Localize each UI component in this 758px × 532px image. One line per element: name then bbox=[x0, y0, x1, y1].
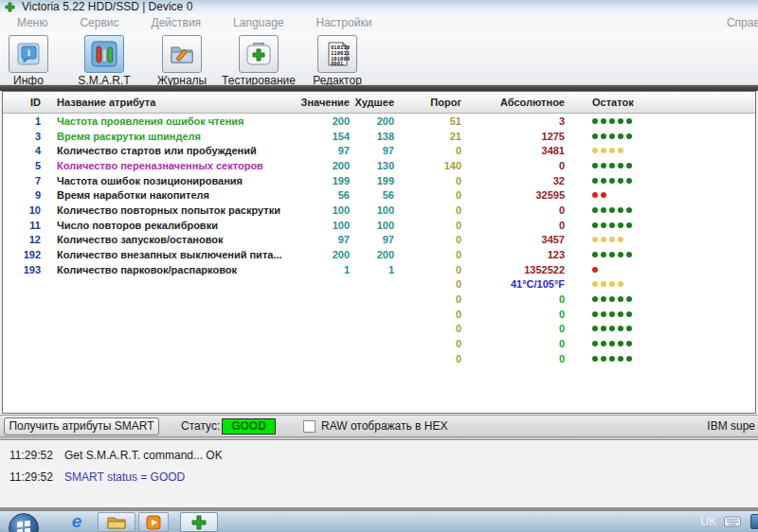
cell-value: 97 bbox=[295, 234, 350, 245]
menu-item-2[interactable]: Сервис bbox=[80, 16, 118, 29]
explorer-taskbar-button[interactable] bbox=[98, 512, 135, 532]
cell-id: 10 bbox=[3, 204, 45, 216]
get-smart-attributes-button[interactable]: Получить атрибуты SMART bbox=[4, 417, 159, 435]
health-dot bbox=[601, 192, 606, 198]
health-dot bbox=[592, 133, 598, 139]
health-dot bbox=[618, 163, 623, 168]
table-row[interactable]: 7Частота ошибок позиционирования19919903… bbox=[3, 173, 755, 188]
cell-threshold: 0 bbox=[394, 323, 461, 334]
menu-item-4[interactable]: Language bbox=[233, 16, 283, 29]
cell-threshold: 0 bbox=[394, 175, 461, 186]
health-dot bbox=[592, 252, 598, 257]
cell-threshold: 0 bbox=[394, 278, 461, 290]
cell-value: 200 bbox=[295, 249, 350, 260]
health-dot bbox=[609, 118, 615, 124]
cell-threshold: 0 bbox=[394, 204, 461, 216]
cell-absolute: 0 bbox=[461, 323, 565, 334]
health-dot bbox=[609, 326, 615, 331]
column-header-threshold[interactable]: Порог bbox=[394, 97, 461, 108]
table-row[interactable]: 00 bbox=[3, 292, 755, 307]
menu-item-3[interactable]: Действия bbox=[152, 16, 202, 29]
media-player-icon bbox=[146, 515, 161, 530]
toolbar-button-editor[interactable]: 010110 110011 101000 0001 Редактор bbox=[285, 35, 389, 87]
table-row[interactable]: 11Число повторов рекалибровки10010000 bbox=[3, 218, 755, 233]
table-row[interactable]: 4Количество стартов или пробуждений97970… bbox=[3, 143, 755, 158]
cell-value: 199 bbox=[295, 175, 350, 186]
cell-absolute: 0 bbox=[461, 160, 565, 171]
status-badge: GOOD bbox=[222, 418, 276, 434]
table-row[interactable]: 5Количество переназначенных секторов2001… bbox=[3, 158, 755, 173]
health-dot bbox=[609, 133, 615, 139]
table-row[interactable]: 193Количество парковок/распарковок110135… bbox=[3, 262, 755, 277]
testing-icon bbox=[244, 40, 273, 68]
health-dot bbox=[626, 356, 632, 362]
table-row[interactable]: 00 bbox=[3, 322, 755, 337]
log-entry: 11:29:52Get S.M.A.R.T. command... OK bbox=[0, 449, 758, 462]
menu-item-1[interactable]: Меню bbox=[17, 16, 47, 29]
menu-item-5[interactable]: Настройки bbox=[316, 16, 372, 29]
cell-health-dots bbox=[565, 163, 755, 168]
cell-health-dots bbox=[565, 296, 755, 302]
cell-absolute: 0 bbox=[461, 293, 565, 305]
log-message: SMART status = GOOD bbox=[64, 470, 185, 484]
table-row[interactable]: 9Время наработки накопителя5656032595 bbox=[3, 187, 755, 203]
column-header-worst[interactable]: Худшее bbox=[350, 97, 394, 108]
table-row[interactable]: 192Количество внезапных выключений пита.… bbox=[3, 247, 755, 262]
health-dot bbox=[618, 326, 623, 331]
log-message: Get S.M.A.R.T. command... OK bbox=[64, 449, 223, 462]
health-dot bbox=[601, 178, 606, 184]
app-cross-icon[interactable] bbox=[5, 2, 15, 12]
tray-app-icon[interactable] bbox=[750, 514, 758, 529]
table-row[interactable]: 00 bbox=[3, 307, 755, 322]
health-dot bbox=[592, 163, 598, 168]
cell-threshold: 0 bbox=[394, 220, 461, 231]
cell-worst: 200 bbox=[350, 249, 394, 260]
table-row[interactable]: 041°C/105°F bbox=[3, 277, 755, 293]
health-dot bbox=[592, 148, 598, 153]
table-row[interactable]: 00 bbox=[3, 351, 755, 366]
column-header-absolute[interactable]: Абсолютное bbox=[461, 97, 565, 108]
media-player-taskbar-button[interactable] bbox=[138, 512, 169, 532]
column-header-name[interactable]: Название атрибута bbox=[45, 97, 295, 108]
smart-iconbox bbox=[84, 35, 124, 73]
column-header-value[interactable]: Значение bbox=[295, 97, 350, 108]
cell-threshold: 0 bbox=[394, 293, 461, 305]
internet-explorer-icon[interactable]: e bbox=[66, 512, 87, 531]
screen: Victoria 5.22 HDD/SSD | Device 0 МенюСер… bbox=[0, 0, 758, 532]
column-header-health[interactable]: Остаток bbox=[565, 97, 755, 108]
table-row[interactable]: 3Время раскрутки шпинделя154138211275 bbox=[3, 129, 755, 144]
cell-health-dots bbox=[565, 222, 755, 228]
language-indicator[interactable]: UK bbox=[700, 515, 716, 528]
health-dot bbox=[601, 356, 606, 362]
cell-health-dots bbox=[565, 267, 755, 273]
cell-worst: 199 bbox=[350, 175, 394, 186]
health-dot bbox=[618, 356, 623, 362]
health-dot bbox=[618, 207, 623, 213]
log-timestamp: 11:29:52 bbox=[9, 470, 53, 484]
cell-id: 193 bbox=[3, 264, 45, 275]
health-dot bbox=[609, 207, 615, 213]
cell-attribute-name: Количество запусков/остановок bbox=[45, 234, 295, 245]
log-panel: 11:29:52Get S.M.A.R.T. command... OK11:2… bbox=[0, 440, 758, 507]
table-row[interactable]: 1Частота проявления ошибок чтения2002005… bbox=[3, 114, 755, 129]
cell-threshold: 0 bbox=[394, 189, 461, 201]
cell-threshold: 51 bbox=[394, 115, 461, 127]
health-dot bbox=[618, 222, 623, 228]
table-header-row: ID Название атрибута Значение Худшее Пор… bbox=[3, 92, 755, 114]
health-dot bbox=[609, 163, 615, 168]
table-row[interactable]: 10Количество повторных попыток раскрутки… bbox=[3, 203, 755, 218]
start-button[interactable] bbox=[9, 513, 39, 532]
status-label: Статус: bbox=[181, 419, 220, 433]
menu-item-help[interactable]: Справка bbox=[727, 16, 758, 29]
health-dot bbox=[592, 341, 598, 346]
victoria-taskbar-button[interactable] bbox=[180, 512, 218, 532]
keyboard-icon[interactable] bbox=[724, 516, 741, 527]
table-row[interactable]: 00 bbox=[3, 336, 755, 351]
table-row[interactable]: 12Количество запусков/остановок979703457 bbox=[3, 233, 755, 248]
column-header-id[interactable]: ID bbox=[3, 97, 45, 108]
cell-value: 100 bbox=[295, 220, 350, 231]
cell-health-dots bbox=[565, 148, 755, 153]
folder-icon bbox=[107, 515, 126, 530]
raw-hex-checkbox[interactable] bbox=[303, 420, 316, 433]
title-bar: Victoria 5.22 HDD/SSD | Device 0 bbox=[0, 0, 758, 14]
